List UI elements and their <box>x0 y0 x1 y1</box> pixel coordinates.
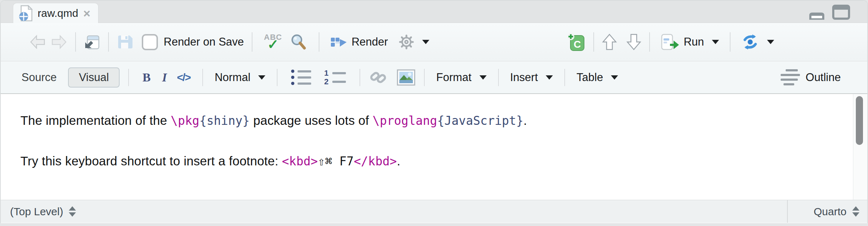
file-type-selector[interactable]: Quarto <box>787 200 867 223</box>
pane-background <box>0 223 868 226</box>
gear-icon <box>399 34 414 50</box>
run-icon <box>661 33 679 51</box>
paragraph-2: Try this keyboard shortcut to insert a f… <box>20 128 867 168</box>
block-format-dropdown[interactable]: Normal <box>212 69 268 86</box>
separator <box>75 32 76 52</box>
insert-menu[interactable]: Insert <box>507 69 556 86</box>
close-icon[interactable]: × <box>83 7 90 19</box>
outline-label: Outline <box>806 71 841 84</box>
scope-selector[interactable]: (Top Level) <box>1 206 76 218</box>
format-menu-label: Format <box>436 71 471 84</box>
separator <box>593 32 594 52</box>
source-mode-button[interactable]: Source <box>16 68 62 87</box>
minimize-icon[interactable] <box>808 11 826 20</box>
run-button[interactable]: Run <box>658 31 722 53</box>
popout-icon[interactable] <box>84 34 100 50</box>
svg-text:C: C <box>574 39 581 50</box>
status-bar: (Top Level) Quarto <box>1 200 867 223</box>
separator <box>424 69 425 86</box>
rerun-button[interactable] <box>738 32 777 52</box>
outline-toggle[interactable]: Outline <box>781 69 841 85</box>
table-menu-label: Table <box>577 71 603 84</box>
visual-mode-button[interactable]: Visual <box>68 67 120 88</box>
latex-command: \proglang <box>372 114 437 128</box>
dropdown-caret-icon <box>258 75 265 80</box>
tab-raw-qmd[interactable]: raw.qmd × <box>13 3 98 23</box>
numbered-list-icon[interactable]: 1 2 <box>324 70 346 85</box>
insert-menu-label: Insert <box>510 71 538 84</box>
forward-icon[interactable] <box>51 34 67 50</box>
separator <box>498 69 499 86</box>
save-icon[interactable] <box>117 34 132 50</box>
tab-bar: raw.qmd × <box>1 1 867 23</box>
separator <box>730 32 730 52</box>
html-tag: </kbd> <box>354 154 397 168</box>
dropdown-caret-icon <box>611 75 618 80</box>
table-menu[interactable]: Table <box>574 69 621 86</box>
rerun-icon <box>741 34 759 50</box>
insert-chunk-icon[interactable]: C <box>567 33 585 51</box>
tab-title: raw.qmd <box>38 7 78 19</box>
render-label: Render <box>352 36 388 48</box>
dropdown-caret-icon <box>712 40 719 44</box>
separator <box>319 32 319 52</box>
render-on-save-label[interactable]: Render on Save <box>164 36 244 48</box>
arrow-down-icon[interactable] <box>626 33 641 51</box>
block-format-label: Normal <box>214 71 250 84</box>
render-button[interactable]: Render <box>327 33 391 51</box>
toolbar-right-group: C <box>567 31 777 53</box>
quarto-file-icon <box>19 5 33 22</box>
scope-label: (Top Level) <box>10 206 63 218</box>
maximize-icon[interactable] <box>832 5 850 20</box>
kbd-shortcut: ⇧⌘ F7 <box>318 154 354 168</box>
vertical-scrollbar[interactable] <box>853 94 867 200</box>
separator <box>649 32 650 52</box>
format-menu[interactable]: Format <box>433 69 489 86</box>
spellcheck-icon[interactable]: ABC ✓ <box>264 34 282 50</box>
search-icon[interactable] <box>289 33 307 51</box>
source-pane: raw.qmd × <box>0 0 868 223</box>
paragraph-1: The implementation of the \pkg{shiny} pa… <box>20 94 867 128</box>
visual-editor-toolbar: Source Visual B I </> Normal 1 2 <box>1 61 867 94</box>
arrow-up-icon[interactable] <box>602 33 617 51</box>
window-controls <box>808 5 867 23</box>
latex-argument: {shiny} <box>199 114 250 128</box>
outline-icon <box>781 69 800 85</box>
updown-icon <box>852 206 859 217</box>
italic-button[interactable]: I <box>156 71 173 84</box>
updown-icon <box>69 206 76 217</box>
editor-content[interactable]: The implementation of the \pkg{shiny} pa… <box>1 94 867 200</box>
dropdown-caret-icon <box>422 40 429 44</box>
separator <box>360 69 360 86</box>
separator <box>277 69 278 86</box>
scrollbar-thumb[interactable] <box>856 96 863 145</box>
separator <box>108 32 109 52</box>
render-icon <box>330 35 347 49</box>
dropdown-caret-icon <box>479 75 487 80</box>
separator <box>202 69 203 86</box>
inline-code-button[interactable]: </> <box>173 71 194 84</box>
separator <box>128 69 129 86</box>
file-type-label: Quarto <box>814 206 847 218</box>
latex-command: \pkg <box>171 114 199 128</box>
html-tag: <kbd> <box>282 154 318 168</box>
back-icon[interactable] <box>29 34 46 50</box>
latex-argument: {JavaScript} <box>437 114 524 128</box>
main-toolbar: Render on Save ABC ✓ Render <box>1 23 867 61</box>
link-icon[interactable] <box>369 69 387 86</box>
run-label: Run <box>684 36 704 48</box>
separator <box>252 32 252 52</box>
separator <box>564 69 565 86</box>
render-on-save-checkbox[interactable] <box>142 34 158 50</box>
dropdown-caret-icon <box>546 75 553 80</box>
bullet-list-icon[interactable] <box>291 70 311 85</box>
dropdown-caret-icon <box>767 40 774 44</box>
render-options-button[interactable] <box>396 32 432 52</box>
image-icon[interactable] <box>397 69 415 86</box>
bold-button[interactable]: B <box>138 71 156 84</box>
